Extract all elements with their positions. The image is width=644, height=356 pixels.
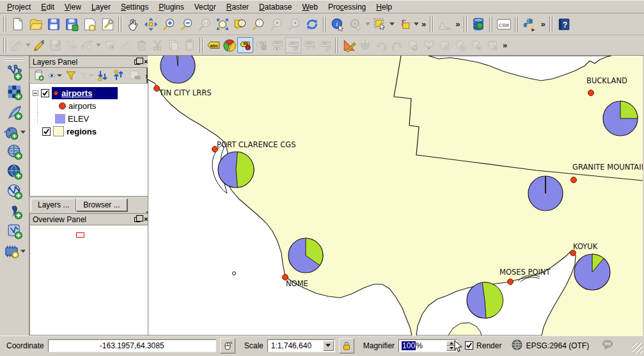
menu-project[interactable]: Project	[3, 2, 35, 12]
add-wms-layer-icon[interactable]	[3, 162, 26, 181]
new-shapefile-layer-icon[interactable]	[3, 222, 26, 241]
open-project-icon[interactable]	[27, 15, 45, 33]
menu-help[interactable]: Help	[372, 2, 397, 12]
collapse-all-icon[interactable]	[111, 69, 127, 83]
filter-legend-icon[interactable]	[63, 69, 79, 83]
select-features-icon[interactable]	[371, 15, 389, 33]
copy-features-icon[interactable]	[166, 37, 182, 53]
save-layer-edits-icon[interactable]	[47, 37, 63, 53]
menu-settings[interactable]: Settings	[116, 2, 153, 12]
tab-layers[interactable]: Layers ...	[31, 198, 76, 211]
deselect-all-icon[interactable]: Ɛ	[395, 15, 413, 33]
python-overflow-icon[interactable]: »	[538, 19, 547, 29]
vtoolbar-handle[interactable]	[5, 57, 24, 61]
delete-part-icon[interactable]	[469, 37, 485, 53]
collapse-expander-icon[interactable]	[33, 90, 38, 96]
menu-raster[interactable]: Raster	[222, 2, 253, 12]
zoom-next-icon[interactable]	[285, 15, 303, 33]
snapping-options-icon[interactable]	[357, 37, 373, 53]
move-feature-icon[interactable]	[102, 37, 118, 53]
scale-combo[interactable]: 1:1,746,640	[267, 339, 335, 352]
magnifier-spinbox[interactable]: 100%	[398, 339, 457, 352]
highlight-pinned-labels-icon[interactable]: ab	[253, 37, 269, 53]
cut-features-icon[interactable]	[150, 37, 166, 53]
current-edits-icon[interactable]	[9, 37, 25, 53]
add-delimited-text-layer-icon[interactable]	[3, 102, 26, 122]
messages-icon[interactable]	[602, 339, 613, 352]
legend-row-airports-symbol[interactable]: airports	[33, 99, 153, 112]
lock-scale-icon[interactable]	[339, 338, 354, 353]
zoom-to-selection-icon[interactable]	[249, 15, 267, 33]
toolbar-handle[interactable]	[3, 17, 8, 32]
processing-toolbox-icon[interactable]	[1, 241, 29, 261]
add-postgis-layer-icon[interactable]	[1, 122, 29, 142]
offset-curve-icon[interactable]	[118, 37, 134, 53]
menu-edit[interactable]: Edit	[36, 2, 59, 12]
layer-row-regions[interactable]: regions	[33, 125, 153, 138]
help-contents-icon[interactable]: ?	[555, 15, 573, 33]
layer-row-airports[interactable]: airports	[33, 86, 153, 99]
zoom-full-extent-icon[interactable]	[214, 15, 232, 33]
show-hide-labels-icon[interactable]: abc	[269, 37, 285, 53]
node-tool-icon[interactable]	[79, 37, 95, 53]
add-part-icon[interactable]	[453, 37, 469, 53]
rotate-feature-icon[interactable]	[421, 37, 437, 53]
new-project-icon[interactable]	[9, 15, 27, 33]
toolbar1-overflow-icon[interactable]: »	[420, 19, 428, 29]
change-label-icon[interactable]: abc	[317, 37, 333, 53]
menu-processing[interactable]: Processing	[324, 2, 370, 12]
current-edits-dropdown[interactable]	[26, 44, 31, 47]
filter-by-expression-icon[interactable]: ε	[79, 69, 95, 83]
legend-row-elev[interactable]: ELEV	[33, 112, 153, 125]
toolbar2-overflow-icon[interactable]: »	[501, 40, 509, 50]
menu-layer[interactable]: Layer	[87, 2, 115, 12]
new-print-composer-icon[interactable]	[81, 15, 98, 33]
measure-line-icon[interactable]	[341, 37, 357, 53]
layer-diagram-options-icon[interactable]	[221, 37, 237, 53]
zoom-to-layer-icon[interactable]	[232, 15, 249, 33]
overview-extent-rectangle[interactable]	[76, 232, 84, 238]
crs-globe-icon[interactable]	[512, 339, 522, 352]
menu-web[interactable]: Web	[297, 2, 322, 12]
label-options-pressed-icon[interactable]: abc	[285, 37, 301, 53]
select-features-dropdown[interactable]	[389, 22, 395, 26]
crs-status[interactable]: EPSG:2964 (OTF)	[526, 341, 589, 350]
toggle-editing-icon[interactable]	[31, 37, 47, 53]
python-console-icon[interactable]	[521, 15, 538, 33]
menu-vector[interactable]: Vector	[190, 2, 221, 12]
paste-features-icon[interactable]	[182, 37, 198, 53]
airports-checkbox[interactable]	[41, 89, 49, 97]
menu-database[interactable]: Database	[255, 2, 296, 12]
regions-checkbox[interactable]	[42, 127, 51, 136]
reshape-features-icon[interactable]	[405, 37, 421, 53]
refresh-map-icon[interactable]	[303, 15, 321, 33]
menu-view[interactable]: View	[60, 2, 86, 12]
map-canvas[interactable]: TIN CITY LRRS PORT CLARENCE CGS BUCKLAND…	[148, 56, 643, 336]
resize-grip[interactable]	[632, 343, 643, 353]
add-feature-icon[interactable]	[63, 37, 79, 53]
simplify-feature-icon[interactable]	[437, 37, 453, 53]
add-vector-layer-icon[interactable]	[3, 63, 26, 82]
save-project-as-icon[interactable]	[63, 15, 81, 33]
tab-browser[interactable]: Browser ...	[76, 198, 127, 211]
delete-selected-icon[interactable]	[134, 37, 150, 53]
save-project-icon[interactable]	[45, 15, 63, 33]
pan-to-selection-icon[interactable]	[142, 15, 160, 33]
statistics-overflow-icon[interactable]: »	[453, 19, 462, 29]
db-manager-icon[interactable]	[469, 15, 487, 33]
render-checkbox[interactable]	[465, 341, 473, 350]
manage-layer-visibility-icon[interactable]	[47, 69, 63, 83]
attribute-statistics-icon[interactable]	[436, 15, 453, 33]
composer-manager-icon[interactable]	[98, 15, 116, 33]
menu-plugins[interactable]: Plugins	[154, 2, 188, 12]
coordinate-input[interactable]: -163.1957,64.3085	[48, 339, 216, 352]
pin-unpin-labels-icon[interactable]: ab	[237, 37, 253, 53]
add-spatialite-layer-icon[interactable]	[3, 142, 26, 161]
float-overview-icon[interactable]	[132, 215, 141, 224]
zoom-out-icon[interactable]	[178, 15, 196, 33]
identify-features-icon[interactable]: i	[329, 15, 347, 33]
layer-label-regions[interactable]: regions	[67, 127, 97, 136]
add-wfs-layer-icon[interactable]	[3, 182, 26, 201]
rotate-label-icon[interactable]: abc	[301, 37, 317, 53]
undo-icon[interactable]	[373, 37, 389, 53]
